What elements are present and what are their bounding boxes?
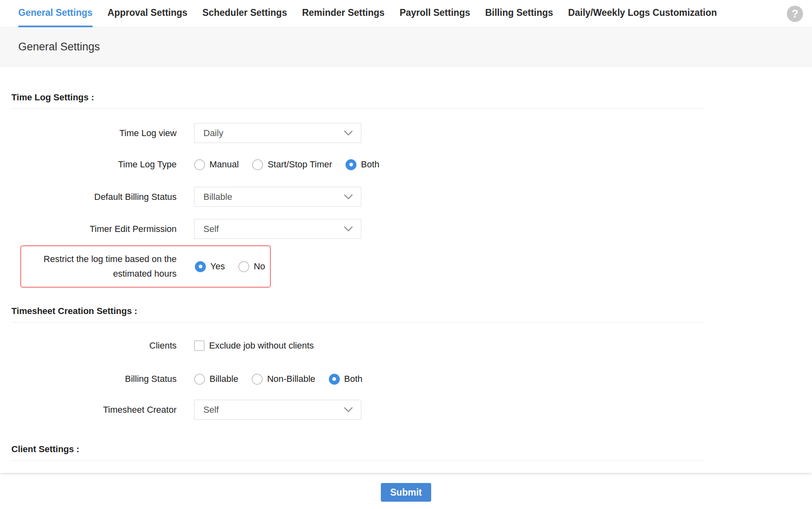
radio-selected-icon[interactable] — [195, 261, 206, 272]
radio-label: No — [254, 260, 265, 273]
radio-label: Start/Stop Timer — [268, 158, 332, 171]
radio-label: Manual — [209, 158, 239, 171]
restrict-log-time-option-yes[interactable]: Yes — [195, 260, 225, 273]
section-heading-time-log-settings: Time Log Settings : — [11, 92, 704, 109]
tab-general-settings[interactable]: General Settings — [18, 0, 93, 27]
row-billing-status: Billing Status Billable Non-Billable Bot… — [11, 373, 704, 385]
timer-edit-permission-select[interactable]: Self — [194, 219, 361, 239]
help-icon[interactable]: ? — [787, 6, 803, 22]
section-heading-client-settings: Client Settings : — [11, 444, 704, 461]
radio-label: Both — [361, 158, 379, 171]
page-top: General Settings Approval Settings Sched… — [0, 0, 812, 473]
row-time-log-type: Time Log Type Manual Start/Stop Timer Bo… — [11, 158, 704, 171]
radio-label: Yes — [210, 260, 225, 273]
radio-icon[interactable] — [194, 159, 205, 170]
default-billing-status-label: Default Billing Status — [11, 191, 177, 203]
timesheet-creator-value: Self — [203, 405, 219, 415]
restrict-log-time-option-no[interactable]: No — [238, 260, 265, 273]
time-log-type-label: Time Log Type — [11, 158, 177, 171]
tab-reminder-settings[interactable]: Reminder Settings — [302, 0, 384, 27]
checkbox-icon[interactable] — [194, 340, 205, 351]
row-time-log-view: Time Log view Daily — [11, 123, 704, 143]
tab-daily-weekly-logs-customization[interactable]: Daily/Weekly Logs Customization — [568, 0, 717, 27]
time-log-type-option-both[interactable]: Both — [346, 158, 379, 171]
billing-status-label: Billing Status — [11, 373, 177, 385]
billing-status-option-both[interactable]: Both — [329, 373, 363, 385]
row-timer-edit-permission: Timer Edit Permission Self — [11, 219, 704, 239]
time-log-type-option-manual[interactable]: Manual — [194, 158, 239, 171]
timer-edit-permission-label: Timer Edit Permission — [11, 223, 177, 235]
radio-icon[interactable] — [252, 159, 263, 170]
row-default-billing-status: Default Billing Status Billable — [11, 187, 704, 207]
checkbox-label: Exclude job without clients — [209, 340, 314, 352]
title-band: General Settings — [0, 28, 812, 67]
radio-label: Both — [344, 373, 363, 385]
time-log-view-select[interactable]: Daily — [194, 123, 361, 143]
submit-button[interactable]: Submit — [381, 483, 431, 502]
billing-status-option-non-billable[interactable]: Non-Billable — [252, 373, 315, 385]
time-log-type-option-start-stop-timer[interactable]: Start/Stop Timer — [252, 158, 332, 171]
radio-label: Billable — [209, 373, 238, 385]
default-billing-status-select[interactable]: Billable — [194, 187, 361, 207]
timesheet-creator-select[interactable]: Self — [194, 400, 361, 420]
exclude-job-without-clients-option[interactable]: Exclude job without clients — [194, 340, 314, 352]
radio-selected-icon[interactable] — [346, 159, 356, 170]
section-heading-timesheet-creation-settings: Timesheet Creation Settings : — [11, 306, 704, 323]
time-log-view-label: Time Log view — [11, 127, 177, 139]
tab-billing-settings[interactable]: Billing Settings — [485, 0, 553, 27]
time-log-view-value: Daily — [203, 128, 223, 139]
timer-edit-permission-value: Self — [203, 224, 219, 234]
radio-icon[interactable] — [252, 374, 263, 385]
radio-label: Non-Billable — [267, 373, 315, 385]
tab-approval-settings[interactable]: Approval Settings — [108, 0, 188, 27]
clients-label: Clients — [11, 340, 177, 352]
chevron-down-icon — [344, 407, 353, 412]
settings-content: Time Log Settings : Time Log view Daily … — [0, 67, 812, 473]
default-billing-status-value: Billable — [203, 192, 232, 202]
footer: Submit — [0, 473, 812, 509]
radio-icon[interactable] — [194, 374, 205, 385]
tab-scheduler-settings[interactable]: Scheduler Settings — [203, 0, 287, 27]
radio-icon[interactable] — [238, 261, 249, 272]
chevron-down-icon — [344, 194, 353, 199]
restrict-log-time-label: Restrict the log time based on the estim… — [28, 252, 177, 281]
timesheet-creator-label: Timesheet Creator — [11, 404, 177, 416]
settings-tabbar: General Settings Approval Settings Sched… — [0, 0, 812, 28]
radio-selected-icon[interactable] — [329, 374, 340, 385]
row-timesheet-creator: Timesheet Creator Self — [11, 400, 704, 420]
tab-payroll-settings[interactable]: Payroll Settings — [400, 0, 470, 27]
restrict-log-time-highlight-box: Restrict the log time based on the estim… — [20, 245, 271, 288]
page-title: General Settings — [18, 41, 100, 53]
chevron-down-icon — [344, 130, 353, 136]
chevron-down-icon — [344, 226, 353, 232]
row-clients: Clients Exclude job without clients — [11, 340, 704, 352]
billing-status-option-billable[interactable]: Billable — [194, 373, 238, 385]
